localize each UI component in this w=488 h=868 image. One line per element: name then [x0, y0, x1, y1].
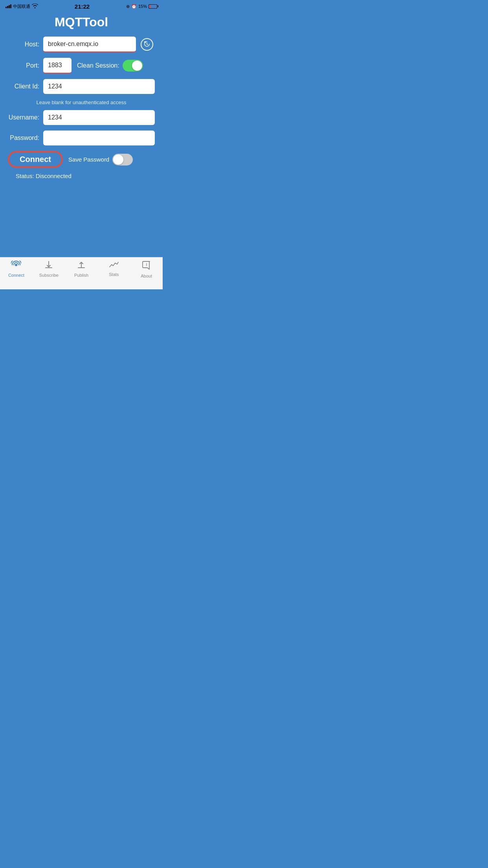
svg-point-1: [146, 264, 147, 265]
password-label: Password:: [8, 134, 39, 142]
client-id-label: Client Id:: [8, 83, 39, 90]
connect-tab-icon: [11, 261, 21, 272]
connect-row: Connect Save Password: [8, 151, 155, 168]
tab-about[interactable]: About: [130, 261, 163, 278]
history-button[interactable]: [139, 37, 155, 52]
clean-session-toggle[interactable]: [123, 60, 143, 72]
wifi-icon: [32, 4, 38, 9]
save-password-toggle[interactable]: [112, 154, 133, 166]
subscribe-tab-icon: [44, 261, 53, 272]
about-tab-label: About: [141, 274, 152, 278]
connect-button[interactable]: Connect: [8, 151, 63, 168]
connect-tab-label: Connect: [8, 273, 24, 278]
publish-tab-label: Publish: [74, 273, 88, 278]
svg-point-0: [15, 264, 17, 266]
username-label: Username:: [8, 114, 39, 121]
about-tab-icon: [142, 261, 151, 272]
tab-publish[interactable]: Publish: [65, 261, 98, 278]
host-row: Host:: [8, 37, 155, 52]
time-display: 21:22: [75, 3, 90, 10]
port-session-row: Port: Clean Session:: [8, 58, 155, 74]
tab-bar: Connect Subscribe Publish Stats: [0, 257, 163, 289]
tab-stats[interactable]: Stats: [97, 261, 130, 277]
publish-tab-icon: [77, 261, 86, 272]
status-bar-right: ⊕ ⏰ 15%: [126, 4, 157, 9]
connection-form: Host: Port: Clean Session: Client Id:: [0, 37, 163, 179]
port-label: Port:: [8, 62, 39, 69]
carrier-text: 中国联通: [13, 4, 30, 9]
save-password-slider: [112, 154, 133, 166]
host-input-wrapper: [43, 37, 136, 52]
client-id-input[interactable]: [43, 79, 155, 94]
subscribe-tab-label: Subscribe: [39, 273, 59, 278]
alarm-icon: ⏰: [131, 4, 137, 9]
username-input[interactable]: [43, 110, 155, 125]
app-title: MQTTool: [0, 11, 163, 37]
stats-tab-icon: [109, 261, 119, 271]
clean-session-label: Clean Session:: [77, 62, 119, 69]
save-password-label: Save Password: [68, 156, 109, 163]
battery-icon: [149, 4, 157, 9]
status-text: Status: Disconnected: [16, 173, 155, 179]
port-input[interactable]: [43, 58, 72, 74]
password-row: Password:: [8, 131, 155, 145]
host-input[interactable]: [43, 37, 136, 52]
tab-connect[interactable]: Connect: [0, 261, 33, 278]
battery-percent: 15%: [138, 4, 147, 9]
history-icon: [141, 38, 153, 51]
password-input[interactable]: [43, 131, 155, 145]
host-label: Host:: [8, 41, 39, 48]
signal-bars-icon: [6, 4, 11, 8]
location-icon: ⊕: [126, 4, 130, 9]
tab-subscribe[interactable]: Subscribe: [33, 261, 65, 278]
username-row: Username:: [8, 110, 155, 125]
hint-text: Leave blank for unauthenticated access: [8, 99, 155, 105]
client-id-row: Client Id:: [8, 79, 155, 94]
status-bar: 中国联通 21:22 ⊕ ⏰ 15%: [0, 0, 163, 11]
toggle-slider: [123, 60, 143, 72]
stats-tab-label: Stats: [109, 272, 119, 277]
status-bar-left: 中国联通: [6, 4, 38, 9]
